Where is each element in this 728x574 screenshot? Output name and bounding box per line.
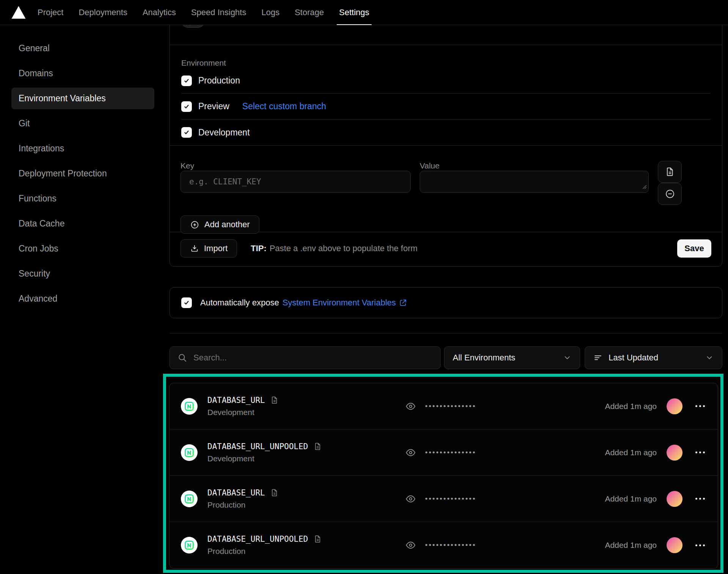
row-menu-button[interactable] <box>694 402 706 410</box>
import-label: Import <box>204 244 228 253</box>
nav-item-project[interactable]: Project <box>30 0 71 25</box>
download-icon <box>190 244 199 253</box>
row-menu-button[interactable] <box>694 448 706 456</box>
sidebar-item-advanced[interactable]: Advanced <box>11 288 154 310</box>
development-checkbox[interactable] <box>181 127 192 138</box>
sidebar-item-data-cache[interactable]: Data Cache <box>11 213 154 234</box>
value-input[interactable] <box>420 171 649 193</box>
avatar <box>667 398 682 414</box>
environment-row-production: Production <box>181 68 711 94</box>
plus-circle-icon <box>190 220 199 230</box>
nav-item-storage[interactable]: Storage <box>287 0 331 25</box>
nav-item-logs[interactable]: Logs <box>254 0 287 25</box>
nav-item-analytics[interactable]: Analytics <box>135 0 184 25</box>
preview-checkbox[interactable] <box>181 101 192 112</box>
eye-icon[interactable] <box>405 400 417 412</box>
copy-file-icon[interactable] <box>270 396 279 404</box>
remove-row-button[interactable] <box>658 183 682 205</box>
copy-file-icon[interactable] <box>314 442 322 451</box>
sidebar-item-environment-variables[interactable]: Environment Variables <box>11 88 154 109</box>
search-input[interactable] <box>193 353 433 363</box>
var-environment: Production <box>207 500 405 510</box>
save-button[interactable]: Save <box>677 239 711 258</box>
environment-section-label: Environment <box>181 58 711 68</box>
development-label: Development <box>198 127 250 138</box>
sidebar-item-integrations[interactable]: Integrations <box>11 138 154 159</box>
check-icon <box>184 300 190 306</box>
file-icon <box>665 167 675 177</box>
neon-integration-icon <box>181 398 198 415</box>
sidebar-item-security[interactable]: Security <box>11 263 154 285</box>
preview-label: Preview <box>198 101 229 112</box>
vercel-logo-icon[interactable] <box>11 6 26 19</box>
env-var-row[interactable]: DATABASE_URL Production •••••••••••••• A… <box>169 476 718 522</box>
add-another-button[interactable]: Add another <box>180 215 259 234</box>
env-var-row[interactable]: DATABASE_URL_UNPOOLED Production •••••••… <box>169 522 718 568</box>
added-timestamp: Added 1m ago <box>605 541 657 550</box>
env-var-list: DATABASE_URL Development •••••••••••••• … <box>169 383 718 569</box>
resize-handle-icon[interactable] <box>642 184 647 191</box>
var-info: DATABASE_URL Production <box>207 488 405 510</box>
environment-row-preview: Preview Select custom branch <box>181 94 711 120</box>
copy-file-icon[interactable] <box>270 489 279 497</box>
masked-value: •••••••••••••• <box>425 448 476 457</box>
system-env-link[interactable]: System Environment Variables <box>282 298 407 308</box>
import-button[interactable]: Import <box>180 239 237 258</box>
sidebar-item-deployment-protection[interactable]: Deployment Protection <box>11 163 154 184</box>
masked-value: •••••••••••••• <box>425 495 476 503</box>
sidebar-item-git[interactable]: Git <box>11 113 154 134</box>
system-env-card: Automatically expose System Environment … <box>169 287 722 318</box>
production-label: Production <box>198 75 240 86</box>
select-custom-branch-link[interactable]: Select custom branch <box>242 101 326 112</box>
key-input[interactable] <box>180 171 411 193</box>
environment-filter-value: All Environments <box>453 353 515 363</box>
nav-item-settings[interactable]: Settings <box>331 0 377 25</box>
environment-section: Environment Production Preview Select cu… <box>170 45 722 146</box>
sidebar-item-domains[interactable]: Domains <box>11 63 154 84</box>
chevron-down-icon <box>563 354 571 362</box>
added-timestamp: Added 1m ago <box>605 448 657 457</box>
minus-circle-icon <box>665 189 675 199</box>
eye-icon[interactable] <box>405 493 417 505</box>
var-name: DATABASE_URL <box>207 488 265 497</box>
added-timestamp: Added 1m ago <box>605 494 657 503</box>
neon-integration-icon <box>181 444 198 461</box>
var-name: DATABASE_URL <box>207 396 265 405</box>
system-env-checkbox[interactable] <box>181 297 192 308</box>
top-nav: Project Deployments Analytics Speed Insi… <box>0 0 728 25</box>
env-var-row[interactable]: DATABASE_URL Development •••••••••••••• … <box>169 383 718 429</box>
masked-value: •••••••••••••• <box>425 541 476 549</box>
var-name: DATABASE_URL_UNPOOLED <box>207 535 308 544</box>
var-environment: Production <box>207 547 405 556</box>
filter-row: All Environments Last Updated <box>169 346 722 369</box>
add-another-label: Add another <box>204 220 250 230</box>
sort-value: Last Updated <box>609 353 658 363</box>
eye-icon[interactable] <box>405 539 417 551</box>
production-checkbox[interactable] <box>181 75 192 86</box>
settings-sidebar: General Domains Environment Variables Gi… <box>11 38 154 313</box>
sidebar-item-functions[interactable]: Functions <box>11 188 154 209</box>
row-menu-button[interactable] <box>694 495 706 503</box>
divider <box>169 333 722 333</box>
nav-item-deployments[interactable]: Deployments <box>71 0 135 25</box>
sort-select[interactable]: Last Updated <box>585 346 722 369</box>
added-timestamp: Added 1m ago <box>605 402 657 411</box>
copy-file-icon[interactable] <box>314 535 322 543</box>
env-var-row[interactable]: DATABASE_URL_UNPOOLED Development ••••••… <box>169 429 718 476</box>
search-icon <box>177 353 187 363</box>
tip-label: TIP: <box>251 244 267 253</box>
sidebar-item-general[interactable]: General <box>11 38 154 59</box>
eye-icon[interactable] <box>405 447 417 459</box>
var-info: DATABASE_URL Development <box>207 396 405 417</box>
page: Project Deployments Analytics Speed Insi… <box>0 0 728 574</box>
row-menu-button[interactable] <box>694 541 706 549</box>
var-info: DATABASE_URL_UNPOOLED Production <box>207 535 405 556</box>
external-link-icon <box>399 299 407 307</box>
environment-filter-select[interactable]: All Environments <box>444 346 580 369</box>
paste-file-button[interactable] <box>658 161 682 183</box>
form-footer: Import TIP:Paste a .env above to populat… <box>170 232 722 264</box>
masked-value: •••••••••••••• <box>425 402 476 410</box>
nav-item-speed-insights[interactable]: Speed Insights <box>184 0 254 25</box>
sidebar-item-cron-jobs[interactable]: Cron Jobs <box>11 238 154 259</box>
value-label: Value <box>420 161 649 171</box>
